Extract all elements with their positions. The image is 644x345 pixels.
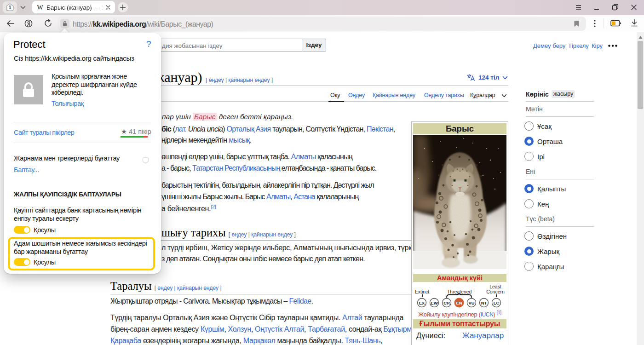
- svg-text:NT: NT: [481, 300, 487, 305]
- svg-text:EX: EX: [419, 300, 425, 305]
- svg-text:CR: CR: [443, 300, 450, 305]
- svg-text:VU: VU: [468, 300, 474, 305]
- svg-text:LC: LC: [494, 300, 500, 305]
- svg-text:W: W: [37, 4, 43, 11]
- svg-text:EN: EN: [456, 300, 462, 305]
- svg-text:EW: EW: [431, 300, 437, 305]
- svg-text:1: 1: [8, 5, 11, 10]
